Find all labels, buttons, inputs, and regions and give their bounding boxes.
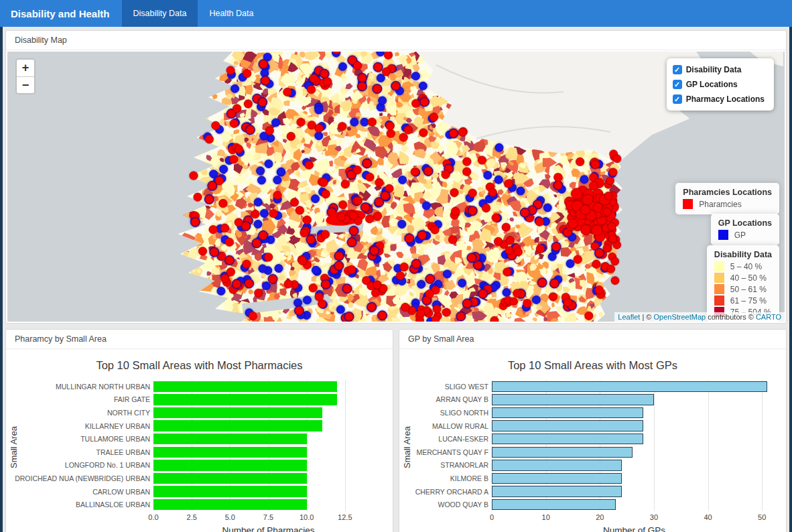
zoom-in-button[interactable]: +	[17, 60, 34, 76]
attribution-link[interactable]: Leaflet	[618, 313, 640, 321]
x-tick-label: 12.5	[338, 513, 352, 521]
checkbox-checked-icon[interactable]: ✓	[673, 80, 682, 89]
category-label: CARLOW URBAN	[19, 485, 153, 498]
legend-row: GP	[718, 230, 772, 240]
plot-column: 01020304050Number of GPs	[492, 380, 777, 532]
layer-label: Disability Data	[686, 65, 742, 74]
tab-disability-data[interactable]: Disability Data	[122, 0, 198, 27]
legend-pharmacies: Pharamcies LocationsPharamcies	[675, 183, 779, 214]
bar[interactable]	[492, 420, 643, 431]
y-axis-label: Small Area	[9, 380, 19, 515]
attribution-text: | ©	[640, 313, 653, 321]
legend-label: GP	[734, 230, 746, 240]
x-axis-label: Number of Pharmacies	[153, 525, 383, 532]
x-tick-label: 10.0	[300, 513, 314, 521]
bar[interactable]	[153, 394, 337, 405]
bar[interactable]	[492, 434, 643, 444]
x-axis-ticks: 01020304050	[492, 513, 777, 523]
x-tick-label: 30	[650, 513, 658, 521]
legend-label: Pharamcies	[699, 200, 741, 209]
attribution-text: contributors ©	[706, 313, 756, 321]
x-tick-label: 10	[542, 513, 550, 521]
category-label: SLIGO WEST	[413, 380, 492, 393]
category-label: CHERRY ORCHARD A	[413, 485, 492, 498]
gridline	[762, 380, 763, 511]
category-label: TRALEE URBAN	[19, 446, 153, 459]
layers-control: ✓Disability Data✓GP Locations✓Pharmacy L…	[667, 58, 774, 111]
category-label: KILMORE B	[413, 472, 492, 485]
legend-row: 5 – 40 %	[714, 261, 772, 271]
category-label: MALLOW RURAL	[413, 419, 492, 433]
bar[interactable]	[153, 381, 337, 392]
page-content: Disability Map + − ✓Disability Data✓GP L…	[3, 27, 789, 532]
category-label: KILLARNEY URBAN	[19, 419, 153, 433]
bar[interactable]	[153, 460, 307, 470]
legend-swatch	[718, 230, 728, 240]
gridline	[345, 380, 346, 511]
legend-label: 40 – 50 %	[730, 273, 767, 283]
x-tick-label: 40	[704, 513, 712, 521]
x-tick-label: 0.0	[148, 513, 158, 521]
checkbox-checked-icon[interactable]: ✓	[673, 65, 682, 74]
bar[interactable]	[153, 473, 307, 484]
pharmacy-panel-title: Pharamcy by Small Area	[6, 330, 393, 349]
x-tick-label: 20	[596, 513, 604, 521]
category-label: SLIGO NORTH	[413, 406, 492, 419]
bar[interactable]	[492, 407, 643, 418]
plot-area	[153, 380, 383, 511]
category-label: BALLINASLOE URBAN	[19, 498, 153, 511]
legend-row: Pharamcies	[683, 199, 772, 209]
bar[interactable]	[153, 447, 307, 458]
legend-row: 40 – 50 %	[714, 273, 772, 283]
x-axis-ticks: 0.02.55.07.510.012.5	[153, 513, 383, 523]
legend-row: 50 – 61 %	[714, 284, 772, 294]
bar[interactable]	[153, 420, 322, 431]
zoom-out-button[interactable]: −	[17, 76, 34, 93]
pharmacy-bar-chart: Small AreaMULLINGAR NORTH URBANFAIR GATE…	[6, 380, 393, 532]
bar[interactable]	[492, 447, 633, 458]
attribution-link[interactable]: CARTO	[756, 313, 781, 321]
bar[interactable]	[492, 473, 622, 484]
plot-column: 0.02.55.07.510.012.5Number of Pharmacies	[153, 380, 383, 532]
bar[interactable]	[153, 407, 322, 418]
legend-title: GP Locations	[718, 218, 772, 228]
gp-chart-panel: GP by Small Area Top 10 Small Areas with…	[399, 329, 787, 532]
tab-health-data[interactable]: Health Data	[198, 0, 265, 27]
category-label: STRANORLAR	[413, 459, 492, 472]
pharmacy-chart-title: Top 10 Small Areas with Most Pharmacies	[6, 359, 393, 372]
layer-toggle-row: ✓Pharmacy Locations	[673, 94, 765, 104]
legend-title: Pharamcies Locations	[683, 188, 772, 197]
bar[interactable]	[153, 434, 307, 444]
y-axis-label: Small Area	[402, 380, 413, 515]
x-tick-label: 50	[758, 513, 766, 521]
bar[interactable]	[492, 381, 767, 392]
map-panel-title: Disability Map	[6, 31, 786, 50]
bar[interactable]	[492, 394, 654, 405]
gp-panel-title: GP by Small Area	[399, 330, 786, 349]
gp-bar-chart: Small AreaSLIGO WESTARRAN QUAY BSLIGO NO…	[399, 380, 786, 532]
bar[interactable]	[492, 486, 622, 496]
gridline	[708, 380, 709, 511]
category-label: NORTH CITY	[19, 406, 153, 419]
map-attribution: Leaflet | © OpenStreetMap contributors ©…	[614, 312, 785, 322]
layer-label: GP Locations	[686, 80, 738, 89]
bar[interactable]	[492, 460, 622, 470]
legend-row: 61 – 75 %	[714, 295, 772, 306]
attribution-link[interactable]: OpenStreetMap	[653, 313, 706, 321]
category-label: WOOD QUAY B	[413, 498, 492, 511]
x-tick-label: 5.0	[225, 513, 235, 521]
category-label: FAIR GATE	[19, 393, 153, 407]
category-label: TULLAMORE URBAN	[19, 432, 153, 446]
bar[interactable]	[153, 499, 307, 510]
bar[interactable]	[492, 499, 616, 510]
category-label: MERCHANTS QUAY F	[413, 446, 492, 459]
gp-chart-title: Top 10 Small Areas with Most GPs	[399, 359, 786, 372]
legend-swatch	[714, 261, 724, 271]
checkbox-checked-icon[interactable]: ✓	[673, 94, 682, 104]
legend-label: 5 – 40 %	[730, 262, 762, 271]
legend-title: Disability Data	[714, 250, 772, 259]
layer-toggle-row: ✓GP Locations	[673, 80, 765, 89]
leaflet-map[interactable]: + − ✓Disability Data✓GP Locations✓Pharma…	[7, 52, 785, 322]
bar[interactable]	[153, 486, 307, 496]
category-label: DROICHEAD NUA (NEWBRIDGE) URBAN	[19, 472, 153, 485]
